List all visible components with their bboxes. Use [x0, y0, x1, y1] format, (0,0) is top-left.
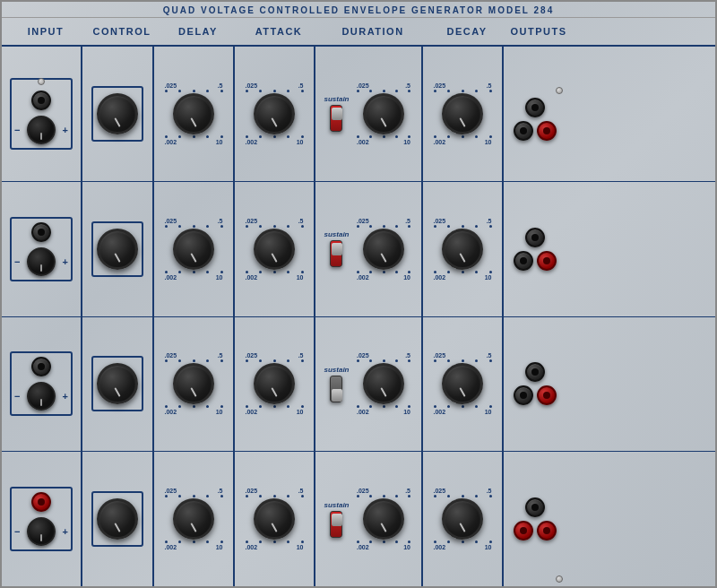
decay-knob-4[interactable]: [442, 498, 483, 540]
dot: [273, 90, 276, 92]
duration-knob-1[interactable]: [363, 93, 404, 134]
decay-knob-3[interactable]: [442, 363, 483, 404]
attack-knob-4[interactable]: [254, 498, 295, 540]
output-jack-bl-4[interactable]: [514, 521, 533, 540]
output-jack-bl-1[interactable]: [514, 121, 533, 141]
output-jack-br-1[interactable]: [537, 121, 557, 141]
dur-scale-tl-1: .025: [357, 82, 369, 89]
attack-knob-1[interactable]: [254, 93, 295, 134]
input-trim-knob-4[interactable]: [27, 517, 56, 546]
output-col-2: [504, 182, 566, 316]
control-knob-4[interactable]: [97, 498, 138, 540]
dot: [301, 90, 304, 92]
dot: [178, 135, 181, 138]
attack-scale-tl-1: .025: [246, 82, 258, 89]
dot: [220, 135, 223, 138]
output-jack-top-3[interactable]: [525, 362, 545, 382]
delay-knob-4[interactable]: [173, 498, 214, 540]
attack-col-2: .025.5 .00210: [235, 182, 315, 316]
dot: [178, 90, 181, 92]
dot: [489, 135, 492, 138]
dot: [193, 135, 195, 138]
plus-sign-4: +: [63, 526, 68, 537]
duration-knob-2[interactable]: [363, 229, 404, 270]
output-jack-br-2[interactable]: [537, 251, 557, 271]
duration-col-2: sustain .025.5: [315, 182, 423, 316]
dot: [434, 135, 436, 138]
delay-knob-3[interactable]: [173, 363, 214, 404]
dot: [462, 90, 464, 92]
output-col-4: [504, 452, 566, 586]
dot: [369, 90, 372, 92]
attack-knob-3[interactable]: [254, 363, 295, 404]
input-trim-knob-2[interactable]: [27, 247, 56, 276]
sustain-toggle-3[interactable]: [330, 376, 342, 402]
input-col-2: − +: [2, 182, 82, 316]
plus-sign-3: +: [63, 391, 68, 402]
attack-col-3: .025.5 .00210: [235, 317, 315, 452]
decay-col-4: .025.5 .00210: [423, 452, 504, 586]
sustain-group-3: sustain: [324, 366, 349, 402]
screw-1: [38, 78, 45, 85]
control-col-2: [82, 182, 154, 316]
output-jack-top-1[interactable]: [525, 98, 545, 117]
sustain-toggle-4[interactable]: [330, 511, 342, 538]
delay-knob-2[interactable]: [173, 229, 214, 270]
input-jack-1[interactable]: [31, 91, 51, 110]
dot: [475, 90, 478, 92]
duration-col-3: sustain .025.5: [315, 317, 423, 452]
delay-scale-tl-1: .025: [165, 82, 177, 89]
output-jack-bl-3[interactable]: [514, 385, 533, 405]
attack-col-1: .025 .5: [235, 47, 315, 181]
attack-knob-wrap-1: .025 .5: [241, 82, 308, 145]
dot: [434, 90, 436, 92]
sustain-group-2: sustain: [324, 230, 349, 267]
dot: [259, 135, 262, 138]
dot: [206, 90, 209, 92]
decay-scale-bl-1: .002: [434, 139, 446, 145]
sustain-toggle-2[interactable]: [330, 240, 342, 267]
decay-knob-1[interactable]: [442, 93, 483, 134]
decay-scale-tl-1: .025: [434, 82, 446, 89]
minus-sign-1: −: [14, 125, 20, 135]
output-jack-br-4[interactable]: [537, 521, 557, 540]
output-jack-top-4[interactable]: [525, 497, 545, 517]
delay-knob-1[interactable]: [173, 93, 214, 134]
control-knob-3[interactable]: [97, 363, 138, 404]
dot: [165, 90, 168, 92]
input-jack-3[interactable]: [31, 357, 51, 376]
output-jack-br-3[interactable]: [537, 385, 557, 405]
dot: [287, 135, 289, 138]
output-jack-top-2[interactable]: [525, 228, 545, 247]
dot: [246, 90, 248, 92]
duration-inner-1: sustain .025 .5: [324, 82, 412, 145]
input-jack-4[interactable]: [31, 492, 51, 512]
header-decay: DECAY: [427, 26, 507, 37]
control-knob-2[interactable]: [97, 229, 138, 270]
decay-knob-2[interactable]: [442, 229, 483, 270]
delay-scale-br-1: 10: [216, 139, 223, 145]
duration-col-1: sustain .025 .5: [315, 47, 423, 181]
input-trim-knob-3[interactable]: [27, 382, 56, 411]
dur-scale-tr-1: .5: [405, 82, 410, 89]
delay-col-4: .025.5 .00210: [154, 452, 235, 586]
decay-col-1: .025 .5: [423, 47, 504, 181]
dot: [475, 135, 478, 138]
dot: [206, 135, 209, 138]
input-col-1: − +: [2, 47, 82, 181]
input-box-3: − +: [10, 351, 73, 416]
screw-bottom-right: [556, 575, 563, 583]
output-jack-bl-2[interactable]: [514, 251, 533, 271]
input-jack-2[interactable]: [31, 222, 51, 242]
delay-col-2: .025.5 .00210: [154, 182, 235, 316]
output-col-3: [504, 317, 566, 452]
control-knob-1[interactable]: [97, 93, 138, 134]
duration-knob-3[interactable]: [363, 363, 404, 404]
sustain-toggle-1[interactable]: [330, 105, 342, 132]
header-attack: ATTACK: [238, 26, 319, 37]
duration-knob-4[interactable]: [363, 498, 404, 540]
row-3: − + .025.5: [2, 317, 715, 453]
input-trim-knob-1[interactable]: [27, 116, 56, 144]
attack-knob-2[interactable]: [254, 229, 295, 270]
dot: [383, 135, 385, 138]
